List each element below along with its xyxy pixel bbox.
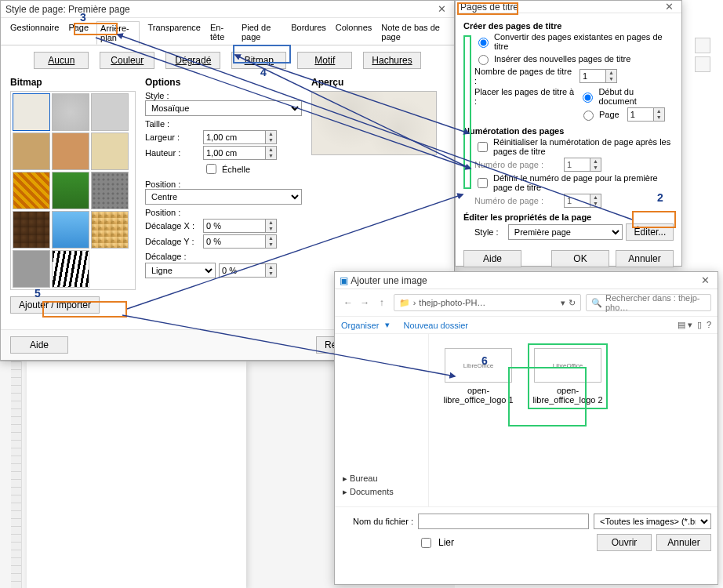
- height-label: Hauteur :: [145, 148, 200, 158]
- bitmap-swatch[interactable]: [52, 172, 89, 209]
- bitmap-swatch[interactable]: [13, 172, 50, 209]
- tab-footer[interactable]: Pied de page: [240, 21, 283, 45]
- refresh-icon[interactable]: ↻: [569, 298, 576, 308]
- bitmap-swatch[interactable]: [91, 172, 129, 209]
- tab-footnote[interactable]: Note de bas de page: [380, 21, 446, 45]
- fill-none-button[interactable]: Aucun: [34, 52, 89, 69]
- tab-header[interactable]: En-tête: [209, 21, 234, 45]
- cancel-button[interactable]: Annuler: [616, 250, 674, 267]
- file-thumb: LibreOffice: [534, 348, 601, 383]
- spinner[interactable]: ▲▼: [266, 130, 277, 144]
- tab-transparency[interactable]: Transparence: [146, 21, 202, 45]
- pagenum2-input: [564, 194, 590, 208]
- address-bar[interactable]: 📁 › thejp-photo-PH… ▾ ↻: [394, 294, 581, 311]
- view-options-icon[interactable]: ▤ ▾: [678, 320, 692, 330]
- tab-gestionnaire[interactable]: Gestionnaire: [9, 21, 60, 45]
- spinner[interactable]: ▲▼: [266, 146, 277, 160]
- help-icon[interactable]: ?: [707, 320, 711, 330]
- filename-input[interactable]: [418, 514, 589, 529]
- bitmap-swatch[interactable]: [52, 132, 89, 170]
- ok-button[interactable]: OK: [551, 250, 609, 267]
- tab-page[interactable]: Page: [67, 21, 90, 45]
- file-open-filelist: LibreOffice open-libre_office_logo 1 Lib…: [429, 334, 718, 506]
- nav-buttons[interactable]: ← → ↑: [341, 297, 389, 308]
- place-doc-start-radio[interactable]: [583, 93, 593, 103]
- bitmap-swatch[interactable]: [52, 250, 89, 288]
- spinner[interactable]: ▲▼: [606, 69, 617, 83]
- fill-bitmap-button[interactable]: Bitmap: [231, 52, 286, 69]
- info-pane-icon[interactable]: ▯: [697, 320, 702, 330]
- bitmap-swatch[interactable]: [13, 211, 50, 249]
- add-import-button[interactable]: Ajouter / importer: [10, 296, 100, 314]
- place-page-radio[interactable]: [583, 111, 594, 121]
- position-select[interactable]: Centre: [145, 189, 302, 205]
- spinner[interactable]: ▲▼: [266, 234, 277, 249]
- tile-style-select[interactable]: Mosaïque: [145, 100, 302, 116]
- new-folder-button[interactable]: Nouveau dossier: [403, 321, 468, 330]
- bitmap-swatch[interactable]: [13, 132, 50, 170]
- file-item[interactable]: LibreOffice open-libre_office_logo 1: [443, 348, 514, 405]
- bitmap-swatch[interactable]: [91, 93, 129, 131]
- bitmap-swatch[interactable]: [13, 250, 50, 288]
- fill-pattern-button[interactable]: Motif: [297, 52, 352, 69]
- folder-icon: ▸: [343, 474, 347, 483]
- spinner[interactable]: ▲▼: [266, 263, 277, 278]
- width-input[interactable]: [203, 130, 266, 144]
- fill-gradient-button[interactable]: Dégradé: [165, 52, 220, 69]
- sidebar-item[interactable]: ▸ Documents: [340, 485, 423, 499]
- offsetx-input[interactable]: [203, 219, 266, 233]
- file-item[interactable]: LibreOffice open-libre_office_logo 2: [532, 348, 603, 405]
- help-button[interactable]: Aide: [463, 250, 521, 267]
- reinit-checkbox[interactable]: [478, 142, 488, 152]
- tile-offset-mode-select[interactable]: Ligne: [145, 263, 216, 278]
- bitmap-swatch[interactable]: [91, 211, 129, 249]
- bitmap-swatch[interactable]: [91, 132, 129, 170]
- sidebar-item[interactable]: ▸ Bureau: [340, 472, 423, 485]
- npages-input[interactable]: [579, 69, 606, 83]
- link-checkbox[interactable]: [421, 538, 431, 548]
- close-icon[interactable]: ✕: [661, 1, 677, 13]
- path-segment[interactable]: thejp-photo-PH…: [419, 298, 485, 307]
- fill-hatch-button[interactable]: Hachures: [363, 52, 420, 69]
- define-first-checkbox[interactable]: [478, 178, 488, 188]
- back-icon[interactable]: ←: [341, 297, 355, 308]
- options-heading: Options: [145, 77, 305, 88]
- bitmap-swatch[interactable]: [52, 211, 89, 249]
- bitmap-heading: Bitmap: [10, 77, 139, 88]
- forward-icon[interactable]: →: [358, 297, 372, 308]
- convert-radio[interactable]: [478, 38, 489, 48]
- fill-color-button[interactable]: Couleur: [100, 52, 154, 69]
- edit-button[interactable]: Éditer...: [626, 223, 674, 241]
- search-input[interactable]: 🔍 Rechercher dans : thejp-pho…: [586, 294, 711, 311]
- organise-menu[interactable]: Organiser: [341, 321, 379, 330]
- bitmap-swatch[interactable]: [13, 93, 50, 131]
- close-icon[interactable]: ✕: [434, 3, 449, 15]
- up-icon[interactable]: ↑: [375, 297, 389, 308]
- tab-borders[interactable]: Bordures: [289, 21, 328, 45]
- place-page-input[interactable]: [627, 107, 654, 122]
- pagenum-input: [564, 158, 590, 172]
- width-label: Largeur :: [145, 132, 200, 142]
- help-button[interactable]: Aide: [10, 336, 68, 354]
- open-button[interactable]: Ouvrir: [597, 534, 652, 551]
- spinner[interactable]: ▲▼: [266, 219, 277, 233]
- height-input[interactable]: [203, 146, 266, 160]
- page-style-title: Style de page: Première page: [5, 4, 434, 15]
- close-icon[interactable]: ✕: [697, 274, 713, 286]
- spinner: ▲▼: [590, 194, 601, 208]
- tab-background[interactable]: Arrière-plan: [96, 21, 140, 45]
- file-open-bottom: Nom du fichier : <Toutes les images> (*.…: [335, 506, 718, 557]
- tab-columns[interactable]: Colonnes: [334, 21, 373, 45]
- chevron-down-icon[interactable]: ▾: [561, 298, 565, 308]
- tile-offset-input[interactable]: [219, 263, 266, 278]
- bitmap-swatch[interactable]: [52, 93, 89, 131]
- spinner[interactable]: ▲▼: [654, 107, 665, 122]
- cancel-button[interactable]: Annuler: [656, 534, 711, 551]
- insert-radio[interactable]: [478, 55, 489, 65]
- sidebar-item-label: Documents: [350, 487, 394, 496]
- file-filter-select[interactable]: <Toutes les images> (*.bmp;*.c: [594, 514, 711, 529]
- spinner: ▲▼: [590, 158, 601, 172]
- offsety-input[interactable]: [203, 234, 266, 249]
- scale-checkbox[interactable]: [206, 164, 216, 174]
- page-style-select[interactable]: Première page: [508, 224, 623, 240]
